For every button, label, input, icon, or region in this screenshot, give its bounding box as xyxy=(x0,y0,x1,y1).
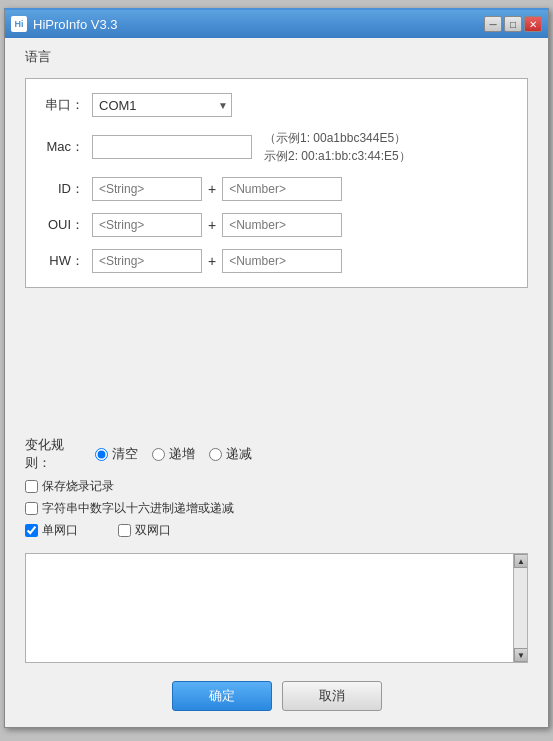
window-controls: ─ □ ✕ xyxy=(484,16,542,32)
dual-port-checkbox[interactable] xyxy=(118,524,131,537)
radio-clear-label[interactable]: 清空 xyxy=(112,445,138,463)
mac-hint: （示例1: 00a1bbc344E5） 示例2: 00:a1:bb:c3:44:… xyxy=(264,129,411,165)
hw-string-input[interactable] xyxy=(92,249,202,273)
single-port-checkbox[interactable] xyxy=(25,524,38,537)
hw-number-input[interactable] xyxy=(222,249,342,273)
window-title: HiProInfo V3.3 xyxy=(33,17,118,32)
bottom-bar: 确定 取消 xyxy=(25,673,528,717)
dual-port-label[interactable]: 双网口 xyxy=(135,522,171,539)
title-bar: Hi HiProInfo V3.3 ─ □ ✕ xyxy=(5,10,548,38)
radio-decrement[interactable]: 递减 xyxy=(209,445,252,463)
hex-increment-checkbox[interactable] xyxy=(25,502,38,515)
oui-label: OUI： xyxy=(42,216,92,234)
scroll-up-button[interactable]: ▲ xyxy=(514,554,528,568)
close-button[interactable]: ✕ xyxy=(524,16,542,32)
id-label: ID： xyxy=(42,180,92,198)
serial-port-select[interactable]: COM1 COM2 COM3 COM4 xyxy=(92,93,232,117)
serial-port-row: 串口： COM1 COM2 COM3 COM4 ▼ xyxy=(42,93,511,117)
language-label: 语言 xyxy=(25,49,51,64)
id-plus-sign: + xyxy=(208,181,216,197)
save-log-label[interactable]: 保存烧录记录 xyxy=(42,478,114,495)
log-textarea-area: ▲ ▼ xyxy=(25,553,528,663)
dual-port-item: 双网口 xyxy=(118,522,171,539)
save-log-checkbox[interactable] xyxy=(25,480,38,493)
hex-increment-label[interactable]: 字符串中数字以十六进制递增或递减 xyxy=(42,500,234,517)
serial-port-label: 串口： xyxy=(42,96,92,114)
single-port-label[interactable]: 单网口 xyxy=(42,522,78,539)
form-area: 串口： COM1 COM2 COM3 COM4 ▼ Mac： （示例1: 00a… xyxy=(25,78,528,288)
mac-hint-line2: 示例2: 00:a1:bb:c3:44:E5） xyxy=(264,147,411,165)
port-row: 单网口 双网口 xyxy=(25,522,528,539)
radio-increment-label[interactable]: 递增 xyxy=(169,445,195,463)
radio-increment[interactable]: 递增 xyxy=(152,445,195,463)
radio-decrement-label[interactable]: 递减 xyxy=(226,445,252,463)
hw-row: HW： + xyxy=(42,249,511,273)
minimize-button[interactable]: ─ xyxy=(484,16,502,32)
hw-label: HW： xyxy=(42,252,92,270)
serial-port-select-wrapper: COM1 COM2 COM3 COM4 ▼ xyxy=(92,93,232,117)
scroll-down-button[interactable]: ▼ xyxy=(514,648,528,662)
rules-radio-group: 清空 递增 递减 xyxy=(95,445,252,463)
cancel-button[interactable]: 取消 xyxy=(282,681,382,711)
rules-row: 变化规则： 清空 递增 递减 xyxy=(25,436,528,472)
id-row: ID： + xyxy=(42,177,511,201)
mac-label: Mac： xyxy=(42,138,92,156)
mac-hint-line1: （示例1: 00a1bbc344E5） xyxy=(264,129,411,147)
rules-label: 变化规则： xyxy=(25,436,85,472)
radio-clear[interactable]: 清空 xyxy=(95,445,138,463)
save-log-row: 保存烧录记录 xyxy=(25,478,528,495)
mac-input[interactable] xyxy=(92,135,252,159)
scroll-track xyxy=(514,568,527,648)
mac-row: Mac： （示例1: 00a1bbc344E5） 示例2: 00:a1:bb:c… xyxy=(42,129,511,165)
oui-string-input[interactable] xyxy=(92,213,202,237)
id-number-input[interactable] xyxy=(222,177,342,201)
confirm-button[interactable]: 确定 xyxy=(172,681,272,711)
id-string-input[interactable] xyxy=(92,177,202,201)
oui-number-input[interactable] xyxy=(222,213,342,237)
rules-section: 变化规则： 清空 递增 递减 xyxy=(25,436,528,547)
hex-increment-row: 字符串中数字以十六进制递增或递减 xyxy=(25,500,528,517)
oui-plus-sign: + xyxy=(208,217,216,233)
language-section: 语言 xyxy=(25,48,528,66)
restore-button[interactable]: □ xyxy=(504,16,522,32)
single-port-item: 单网口 xyxy=(25,522,78,539)
scrollbar[interactable]: ▲ ▼ xyxy=(513,554,527,662)
app-icon: Hi xyxy=(11,16,27,32)
hw-plus-sign: + xyxy=(208,253,216,269)
oui-row: OUI： + xyxy=(42,213,511,237)
log-display xyxy=(26,554,513,662)
